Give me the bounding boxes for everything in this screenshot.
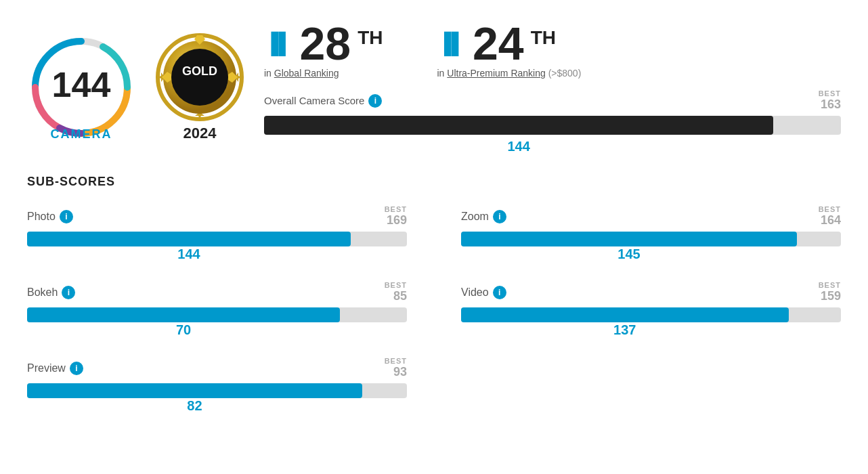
- video-best-value: 159: [819, 289, 841, 303]
- zoom-bar-fill: [461, 232, 797, 246]
- photo-best-label: BEST: [385, 205, 407, 213]
- photo-bar-value: 144: [27, 246, 351, 262]
- photo-score: Photo i BEST 169 144: [27, 205, 407, 262]
- zoom-bar-track: [461, 232, 841, 246]
- bar-chart-icon-2: ▐▌: [437, 32, 466, 55]
- global-ranking-link[interactable]: Global Ranking: [274, 68, 339, 79]
- zoom-label: Zoom i: [461, 210, 506, 223]
- video-bar-value: 137: [461, 322, 789, 338]
- preview-bar-value: 82: [27, 398, 362, 414]
- premium-ranking: ▐▌ 24 TH in Ultra-Premium Ranking (>$800…: [437, 20, 581, 79]
- global-ranking: ▐▌ 28 TH in Global Ranking: [264, 20, 383, 79]
- overall-bar-track: [264, 116, 841, 135]
- overall-score-title: Overall Camera Score i: [264, 94, 382, 108]
- preview-bar-track: [27, 383, 407, 398]
- bokeh-best-label: BEST: [385, 281, 407, 289]
- overall-bar-fill: [264, 116, 773, 135]
- sub-scores-section: SUB-SCORES Photo i BEST 169 144: [27, 175, 841, 414]
- bokeh-info-icon[interactable]: i: [62, 286, 75, 299]
- global-rank-number: 28: [300, 20, 351, 66]
- zoom-bar-value: 145: [461, 246, 797, 262]
- preview-best-label: BEST: [385, 357, 407, 365]
- overall-best-value: 163: [819, 98, 841, 112]
- zoom-score: Zoom i BEST 164 145: [461, 205, 841, 262]
- video-label: Video i: [461, 286, 506, 299]
- overall-best-label: BEST: [819, 89, 841, 98]
- rankings-section: ▐▌ 28 TH in Global Ranking ▐▌ 24 TH in U…: [264, 20, 841, 154]
- bokeh-bar-fill: [27, 307, 340, 322]
- premium-rank-suffix: TH: [531, 27, 556, 49]
- sub-scores-grid: Photo i BEST 169 144 Zoom i: [27, 205, 841, 414]
- video-info-icon[interactable]: i: [493, 286, 506, 299]
- sub-scores-title: SUB-SCORES: [27, 175, 841, 189]
- global-rank-desc: in Global Ranking: [264, 68, 383, 79]
- photo-bar-fill: [27, 232, 351, 246]
- overall-bar-value: 144: [264, 139, 773, 154]
- overall-bar-header: Overall Camera Score i BEST 163: [264, 89, 841, 112]
- preview-bar-fill: [27, 383, 362, 398]
- global-rank-suffix: TH: [357, 27, 383, 49]
- premium-rank-desc: in Ultra-Premium Ranking (>$800): [437, 68, 581, 79]
- video-score: Video i BEST 159 137: [461, 281, 841, 338]
- bokeh-best-value: 85: [385, 289, 407, 303]
- rankings-row: ▐▌ 28 TH in Global Ranking ▐▌ 24 TH in U…: [264, 20, 841, 79]
- bokeh-score: Bokeh i BEST 85 70: [27, 281, 407, 338]
- premium-rank-number: 24: [473, 20, 524, 66]
- preview-score: Preview i BEST 93 82: [27, 357, 407, 414]
- video-bar-track: [461, 307, 841, 322]
- overall-info-icon[interactable]: i: [368, 94, 382, 108]
- premium-ranking-link[interactable]: Ultra-Premium Ranking: [447, 68, 545, 79]
- bar-chart-icon-1: ▐▌: [264, 32, 293, 55]
- premium-rank-extra: (>$800): [548, 68, 582, 79]
- zoom-best-label: BEST: [819, 205, 841, 213]
- overall-best: BEST 163: [819, 89, 841, 112]
- gold-badge: GOLD 2024: [156, 33, 244, 142]
- photo-info-icon[interactable]: i: [60, 210, 73, 223]
- year-label: 2024: [183, 125, 217, 142]
- bokeh-label: Bokeh i: [27, 286, 75, 299]
- zoom-best-value: 164: [819, 213, 841, 228]
- photo-bar-track: [27, 232, 407, 246]
- bokeh-bar-value: 70: [27, 322, 340, 338]
- video-bar-fill: [461, 307, 789, 322]
- bokeh-bar-track: [27, 307, 407, 322]
- preview-info-icon[interactable]: i: [70, 362, 83, 375]
- photo-label: Photo i: [27, 210, 73, 223]
- header-section: 144 CAMERA: [27, 20, 841, 154]
- zoom-info-icon[interactable]: i: [493, 210, 506, 223]
- video-best-label: BEST: [819, 281, 841, 289]
- score-label: CAMERA: [51, 127, 112, 142]
- score-number: 144: [52, 67, 111, 102]
- overall-score-section: Overall Camera Score i BEST 163 144: [264, 89, 841, 154]
- preview-best-value: 93: [385, 365, 407, 379]
- photo-best-value: 169: [385, 213, 407, 228]
- score-circle: 144 CAMERA: [27, 33, 135, 142]
- preview-label: Preview i: [27, 362, 83, 375]
- svg-text:GOLD: GOLD: [182, 64, 217, 78]
